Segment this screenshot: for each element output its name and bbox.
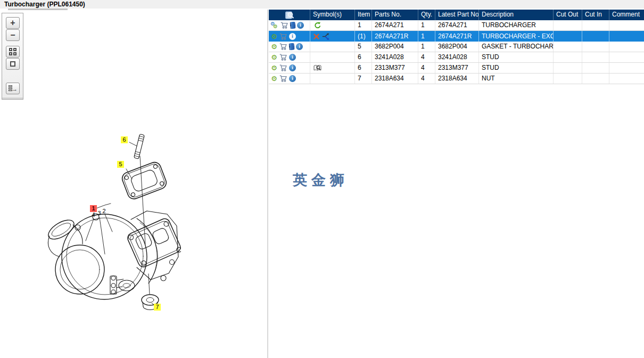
table-row-item-1[interactable]: ⚙⚙i12674A27112674A271TURBOCHARGER: [269, 20, 644, 31]
qty-cell: 4: [418, 52, 435, 62]
refresh-icon: [313, 22, 321, 29]
cut-out-cell: [553, 20, 582, 30]
cut-out-cell: [553, 52, 582, 62]
latest-part-no-cell: 2318A634: [435, 74, 478, 84]
cart-icon[interactable]: [280, 22, 288, 29]
item-cell: (1): [354, 31, 371, 42]
parts-no-cell: 2313M377: [371, 63, 418, 73]
item-cell: 6: [354, 63, 371, 73]
export-list-button[interactable]: →: [6, 83, 20, 94]
cart-icon[interactable]: [279, 64, 287, 71]
comment-cell: [609, 42, 644, 52]
table-row-item-6[interactable]: ⚙i63241A02843241A028STUD: [269, 52, 644, 63]
cut-out-cell: [553, 31, 582, 42]
cart-icon[interactable]: [279, 43, 287, 50]
item-cell: 6: [354, 52, 371, 62]
table-row-item-7[interactable]: ⚙i72318A63442318A634NUT: [269, 74, 644, 84]
parts-no-cell: 2318A634: [371, 74, 418, 84]
fit-view-button[interactable]: [6, 58, 20, 70]
symbols-cell: [310, 52, 354, 62]
header-latest-part-no-[interactable]: Latest Part No.: [435, 10, 478, 20]
item-cell: 5: [354, 42, 371, 52]
gear-icon[interactable]: ⚙: [270, 75, 278, 82]
info-icon[interactable]: i: [289, 75, 296, 82]
gear-icon[interactable]: ⚙: [270, 33, 278, 40]
cart-icon[interactable]: [279, 33, 287, 40]
info-icon[interactable]: i: [297, 22, 304, 29]
header-cut-out[interactable]: Cut Out: [553, 10, 582, 20]
gear-icon[interactable]: ⚙: [270, 54, 278, 61]
parts-no-cell: 3682P004: [371, 42, 418, 52]
gear-icon[interactable]: ⚙: [270, 64, 278, 71]
row-action-icons: ⚙⚙i: [269, 20, 310, 30]
qty-cell: 1: [418, 42, 435, 52]
cart-icon[interactable]: [279, 75, 287, 82]
symbols-cell: [310, 31, 354, 42]
parts-no-cell: 2674A271: [371, 20, 418, 30]
parts-catalog-window: Turbocharger (PPL061450) +−→: [0, 0, 644, 358]
row-action-icons: ⚙i: [269, 52, 310, 62]
header-description[interactable]: Description: [478, 10, 553, 20]
zoom-in-button[interactable]: +: [6, 17, 20, 29]
header-parts-no-[interactable]: Parts No.: [371, 10, 418, 20]
row-action-icons: ⚙i: [269, 63, 310, 73]
header-item[interactable]: Item: [354, 10, 371, 20]
gasket-part: [120, 160, 168, 201]
comment-cell: [609, 74, 644, 84]
row-action-icons: ⚙i: [269, 74, 310, 84]
description-cell: TURBOCHARGER: [478, 20, 553, 30]
book-icon[interactable]: [290, 22, 295, 29]
header-icon-cell[interactable]: [269, 10, 310, 20]
description-cell: NUT: [478, 74, 553, 84]
header-cut-in[interactable]: Cut In: [582, 10, 609, 20]
cut-in-cell: [582, 52, 609, 62]
book-icon[interactable]: [288, 43, 294, 51]
table-row-item-5[interactable]: ⚙i53682P00413682P004GASKET - TURBOCHARGE…: [269, 42, 644, 52]
parts-table-body: ⚙⚙i12674A27112674A271TURBOCHARGER⚙i(1)26…: [269, 20, 644, 84]
qty-cell: 1: [418, 31, 435, 42]
item-cell: 7: [354, 74, 371, 84]
info-icon[interactable]: i: [289, 33, 296, 40]
title-underline: [8, 9, 68, 10]
latest-part-no-cell: 3682P004: [435, 42, 478, 52]
gears-icon[interactable]: ⚙⚙: [270, 21, 279, 29]
symbols-cell: [310, 63, 354, 73]
callout-7[interactable]: 7: [154, 304, 161, 311]
turbocharger-body: [45, 211, 181, 299]
book-magnifier-icon: [285, 11, 294, 19]
header-comment[interactable]: Comment: [609, 10, 644, 20]
cart-icon[interactable]: [279, 54, 287, 61]
table-row-item-1[interactable]: ⚙i(1)2674A271R12674A271RTURBOCHARGER - E…: [269, 31, 644, 42]
page-title: Turbocharger (PPL061450): [0, 0, 644, 9]
callout-6[interactable]: 6: [121, 136, 128, 143]
book-search-icon: [313, 64, 322, 71]
info-icon[interactable]: i: [289, 54, 296, 61]
row-action-icons: ⚙i: [269, 42, 310, 52]
zoom-out-button[interactable]: −: [6, 29, 20, 41]
table-row-item-6[interactable]: ⚙i62313M37742313M377STUD: [269, 63, 644, 74]
info-icon[interactable]: i: [296, 43, 303, 50]
cut-out-cell: [553, 42, 582, 52]
symbols-cell: [310, 20, 354, 30]
panel-splitter[interactable]: [267, 10, 268, 358]
callout-5[interactable]: 5: [117, 161, 124, 168]
gear-icon[interactable]: ⚙: [270, 43, 278, 50]
qty-cell: 4: [418, 74, 435, 84]
qty-cell: 1: [418, 20, 435, 30]
qty-cell: 4: [418, 63, 435, 73]
description-cell: GASKET - TURBOCHARGER: [478, 42, 553, 52]
cut-in-cell: [582, 20, 609, 30]
square-icon: [10, 61, 15, 67]
description-cell: TURBOCHARGER - EXCHANGE: [478, 31, 553, 42]
cut-in-cell: [582, 74, 609, 84]
header-symbol-s-[interactable]: Symbol(s): [310, 10, 354, 20]
comment-cell: [609, 63, 644, 73]
parts-table: Symbol(s)ItemParts No.Qty.Latest Part No…: [269, 10, 644, 84]
comment-cell: [609, 20, 644, 30]
export-icon: →: [9, 85, 17, 92]
header-qty-[interactable]: Qty.: [418, 10, 435, 20]
description-cell: STUD: [478, 63, 553, 73]
tile-view-button[interactable]: [6, 46, 20, 58]
callout-2: 2: [101, 208, 108, 215]
info-icon[interactable]: i: [289, 64, 296, 71]
